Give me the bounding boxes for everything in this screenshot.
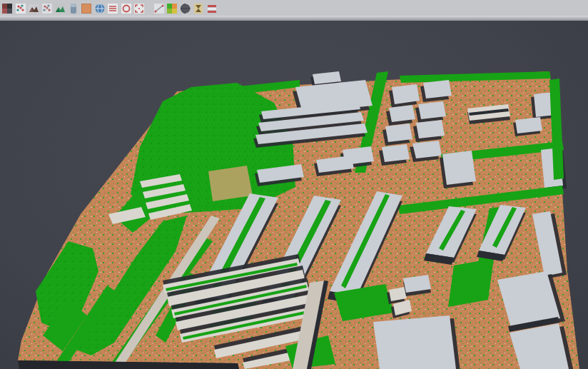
building-feature [418, 101, 446, 119]
sparse-cloud-icon[interactable] [41, 3, 53, 14]
building-feature [385, 123, 412, 142]
texture-icon[interactable] [68, 3, 79, 14]
classified-points-icon[interactable] [15, 3, 26, 14]
orthomosaic-icon[interactable] [81, 3, 92, 14]
building-feature [392, 84, 420, 104]
building-feature [389, 105, 415, 122]
globe-icon[interactable] [94, 3, 106, 14]
mesh-surface-icon[interactable] [54, 3, 66, 14]
model-sphere-icon[interactable] [180, 3, 191, 14]
model-viewport-3d[interactable] [0, 21, 588, 369]
report-icon[interactable] [206, 3, 218, 14]
scene-svg [0, 21, 588, 369]
history-icon[interactable] [193, 3, 204, 14]
building-feature [373, 315, 456, 369]
app-window: { "toolbar": { "icons": [ {"name":"point… [0, 0, 588, 369]
measure-icon[interactable] [153, 3, 165, 14]
building-feature [515, 117, 542, 133]
classification-view-icon[interactable] [166, 3, 178, 14]
building-feature [442, 151, 476, 185]
building-feature [412, 141, 442, 158]
building-feature [416, 120, 445, 138]
region-bounds-icon[interactable] [133, 3, 145, 14]
point-cloud-icon[interactable] [1, 3, 13, 14]
vegetation-feature [448, 258, 494, 307]
toolbar-bevel [0, 16, 588, 21]
marker-circle-icon[interactable] [121, 3, 132, 14]
building-feature [382, 144, 410, 162]
ground2-feature [208, 166, 253, 201]
contour-lines-icon[interactable] [107, 3, 118, 14]
building-feature [423, 80, 452, 98]
dem-terrain-icon[interactable] [28, 3, 39, 14]
main-toolbar [0, 0, 588, 16]
